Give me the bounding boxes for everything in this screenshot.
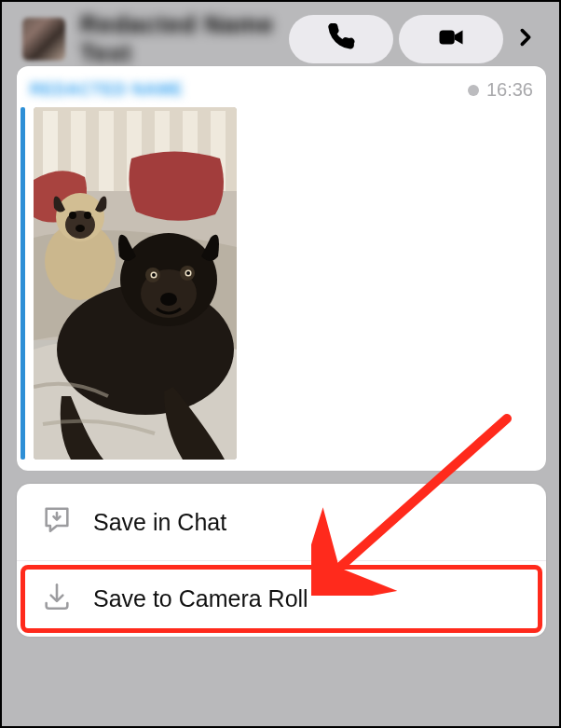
message-rail xyxy=(21,107,25,460)
action-sheet: Save in Chat Save to Camera Roll xyxy=(17,484,546,637)
video-call-button[interactable] xyxy=(399,15,503,63)
save-in-chat-button[interactable]: Save in Chat xyxy=(17,484,546,560)
svg-point-15 xyxy=(84,212,91,219)
call-button[interactable] xyxy=(289,15,393,63)
message-time: 16:36 xyxy=(468,79,533,101)
svg-rect-0 xyxy=(440,31,455,45)
timestamp-text: 16:36 xyxy=(486,79,533,101)
save-in-chat-label: Save in Chat xyxy=(93,509,226,536)
svg-point-16 xyxy=(75,225,85,232)
contact-name[interactable]: Redacted Name Text xyxy=(80,10,283,68)
save-to-camera-roll-label: Save to Camera Roll xyxy=(93,585,308,612)
chat-message-card: REDACTED NAME 16:36 xyxy=(17,66,546,471)
phone-icon xyxy=(327,23,355,55)
chat-header: Redacted Name Text xyxy=(13,8,548,70)
svg-point-14 xyxy=(69,212,76,219)
svg-rect-6 xyxy=(99,111,114,191)
download-icon xyxy=(41,581,73,618)
chevron-right-icon xyxy=(515,23,536,55)
svg-point-26 xyxy=(160,293,177,306)
svg-point-25 xyxy=(186,271,190,275)
svg-point-24 xyxy=(152,273,156,277)
sender-name: REDACTED NAME xyxy=(30,80,184,100)
save-to-camera-roll-button[interactable]: Save to Camera Roll xyxy=(17,560,546,637)
more-button[interactable] xyxy=(507,15,544,63)
chat-image[interactable] xyxy=(34,107,237,460)
save-in-chat-icon xyxy=(41,503,73,541)
status-dot-icon xyxy=(468,85,479,96)
video-icon xyxy=(437,23,465,55)
avatar[interactable] xyxy=(22,18,65,61)
